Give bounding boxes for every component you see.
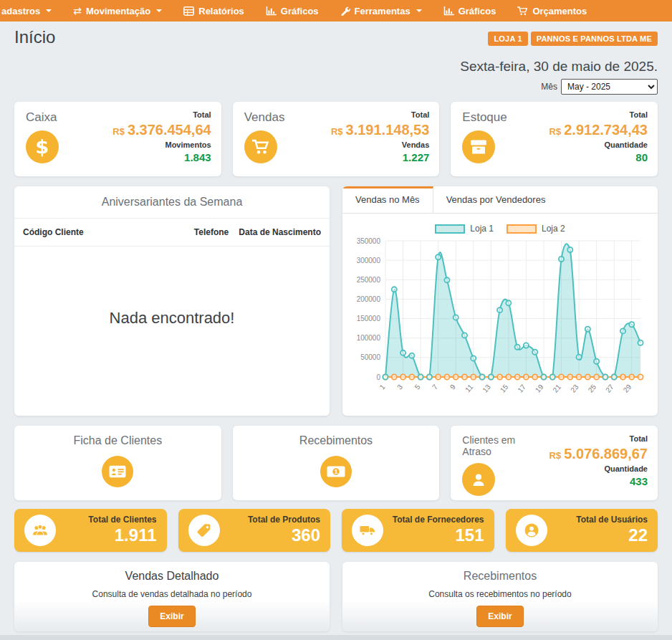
vendas-card-title: Vendas bbox=[244, 110, 316, 125]
recebimentos-panel: Recebimentos Consulta os recebimentos no… bbox=[342, 562, 658, 631]
total-usuarios-card[interactable]: Total de Usuários 22 bbox=[506, 509, 658, 552]
estoque-card-title: Estoque bbox=[462, 110, 534, 125]
total-clientes-card[interactable]: Total de Clientes 1.911 bbox=[14, 509, 167, 552]
nav-item-label: Ferramentas bbox=[355, 6, 411, 16]
nav-item-label: adastros bbox=[1, 6, 40, 16]
svg-text:300000: 300000 bbox=[357, 257, 381, 264]
recebimentos-desc: Consulta os recebimentos no período bbox=[342, 589, 658, 599]
nav-item-graficos-2[interactable]: Gráficos bbox=[443, 6, 496, 16]
nav-item-orcamentos[interactable]: Orçamentos bbox=[517, 6, 587, 16]
exchange-icon: ⇄ bbox=[73, 5, 82, 16]
total-label: Total bbox=[316, 110, 430, 120]
chart-legend: Loja 1 Loja 2 bbox=[342, 224, 658, 234]
svg-text:27: 27 bbox=[604, 383, 615, 394]
bar-chart-icon bbox=[443, 6, 454, 16]
users-icon bbox=[24, 515, 56, 546]
svg-text:3: 3 bbox=[395, 383, 404, 391]
nav-item-movimentacao[interactable]: ⇄ Movimentação bbox=[73, 5, 162, 16]
user-badge-icon bbox=[516, 515, 547, 546]
quantidade-label: Quantidade bbox=[534, 464, 648, 474]
nav-item-label: Gráficos bbox=[281, 6, 319, 16]
ficha-clientes-card[interactable]: Ficha de Clientes bbox=[14, 426, 221, 500]
chart-tabs: Vendas no Mês Vendas por Vendedores bbox=[342, 186, 658, 214]
svg-text:9: 9 bbox=[448, 383, 457, 391]
sales-area-chart: 0500001000001500002000002500003000003500… bbox=[342, 235, 658, 409]
svg-text:200000: 200000 bbox=[357, 295, 381, 303]
caixa-card: Caixa $ Total R$3.376.454,64 Movimentos … bbox=[14, 102, 221, 176]
vendas-label: Vendas bbox=[316, 140, 430, 151]
wrench-icon bbox=[340, 6, 350, 16]
svg-text:50000: 50000 bbox=[360, 353, 380, 361]
total-produtos-label: Total de Produtos bbox=[220, 515, 321, 525]
svg-text:13: 13 bbox=[481, 383, 492, 394]
nav-item-cadastros[interactable]: adastros bbox=[1, 6, 52, 16]
birthdays-panel: Aniversariantes da Semana Código Cliente… bbox=[14, 186, 330, 416]
exibir-recebimentos-button[interactable]: Exibir bbox=[476, 606, 523, 627]
legend-label: Loja 2 bbox=[542, 224, 565, 234]
svg-text:0: 0 bbox=[376, 373, 380, 381]
vendas-detalhado-desc: Consulta de vendas detalhada no período bbox=[14, 589, 330, 599]
total-fornecedores-label: Total de Fornecedores bbox=[383, 515, 484, 525]
quantidade-label: Quantidade bbox=[534, 140, 648, 151]
nav-item-ferramentas[interactable]: Ferramentas bbox=[340, 6, 422, 16]
svg-text:350000: 350000 bbox=[357, 237, 381, 245]
total-label: Total bbox=[534, 434, 648, 444]
atraso-count: 433 bbox=[534, 475, 648, 489]
cart-circle-icon bbox=[244, 130, 277, 163]
id-card-icon bbox=[102, 456, 133, 487]
legend-loja-1[interactable]: Loja 1 bbox=[435, 224, 494, 234]
recebimentos-panel-title: Recebimentos bbox=[342, 570, 658, 583]
area-chart-svg: 0500001000001500002000002500003000003500… bbox=[348, 235, 652, 406]
month-select[interactable]: May - 2025 bbox=[561, 79, 658, 95]
exibir-vendas-button[interactable]: Exibir bbox=[148, 606, 195, 627]
legend-loja-2[interactable]: Loja 2 bbox=[507, 224, 565, 234]
vendas-card: Vendas Total R$3.191.148,53 Vendas 1.227 bbox=[233, 102, 440, 176]
company-badge[interactable]: PANNOS E PANNOS LTDA ME bbox=[531, 32, 658, 46]
vendas-count: 1.227 bbox=[316, 151, 430, 165]
bottom-strip bbox=[0, 635, 672, 640]
legend-swatch-loja-1 bbox=[435, 224, 465, 234]
caret-down-icon bbox=[156, 9, 162, 12]
user-icon bbox=[462, 463, 495, 496]
svg-text:23: 23 bbox=[569, 383, 580, 394]
cart-icon bbox=[517, 6, 528, 16]
tab-vendas-no-mes[interactable]: Vendas no Mês bbox=[342, 186, 433, 213]
total-label: Total bbox=[534, 110, 648, 120]
table-icon bbox=[183, 6, 194, 16]
top-navbar: adastros ⇄ Movimentação Relatórios Gráfi… bbox=[0, 0, 672, 22]
tab-vendas-por-vendedores[interactable]: Vendas por Vendedores bbox=[433, 186, 559, 213]
vendas-detalhado-panel: Vendas Detalhado Consulta de vendas deta… bbox=[14, 562, 330, 631]
legend-label: Loja 1 bbox=[470, 224, 494, 234]
svg-text:25: 25 bbox=[587, 383, 598, 394]
store-badges: LOJA 1 PANNOS E PANNOS LTDA ME bbox=[488, 32, 658, 46]
col-telefone: Telefone bbox=[194, 227, 229, 237]
svg-text:100000: 100000 bbox=[357, 334, 381, 342]
caret-down-icon bbox=[416, 9, 422, 12]
clientes-atraso-title: Clientes em Atraso bbox=[462, 434, 524, 457]
dollar-icon: $ bbox=[26, 130, 59, 163]
total-fornecedores-card[interactable]: Total de Fornecedores 151 bbox=[342, 509, 494, 552]
nav-item-label: Orçamentos bbox=[532, 6, 587, 16]
clientes-em-atraso-card: Clientes em Atraso Total R$5.076.869,67 … bbox=[451, 426, 658, 500]
current-date: Sexta-feira, 30 de maio de 2025. bbox=[14, 59, 658, 75]
svg-text:5: 5 bbox=[413, 383, 422, 391]
birthdays-table-header: Código Cliente Telefone Data de Nascimen… bbox=[14, 219, 330, 247]
vendas-detalhado-title: Vendas Detalhado bbox=[14, 570, 330, 583]
bar-chart-icon bbox=[266, 6, 277, 16]
svg-text:15: 15 bbox=[499, 383, 510, 394]
empty-message: Nada encontrado! bbox=[14, 247, 330, 390]
estoque-card: Estoque Total R$2.912.734,43 Quantidade … bbox=[451, 102, 658, 176]
total-produtos-card[interactable]: Total de Produtos 360 bbox=[178, 509, 331, 552]
nav-item-graficos-1[interactable]: Gráficos bbox=[266, 6, 319, 16]
nav-item-relatorios[interactable]: Relatórios bbox=[183, 6, 244, 16]
svg-text:21: 21 bbox=[551, 383, 562, 394]
caret-down-icon bbox=[46, 9, 52, 12]
store-badge[interactable]: LOJA 1 bbox=[488, 32, 527, 46]
svg-text:17: 17 bbox=[516, 383, 527, 394]
total-clientes-label: Total de Clientes bbox=[56, 515, 157, 525]
total-label: Total bbox=[97, 110, 211, 120]
recebimentos-card[interactable]: Recebimentos 1 bbox=[233, 426, 440, 500]
movimentos-label: Movimentos bbox=[97, 140, 211, 151]
estoque-count: 80 bbox=[534, 151, 648, 165]
caixa-total-value: R$3.376.454,64 bbox=[97, 121, 211, 139]
